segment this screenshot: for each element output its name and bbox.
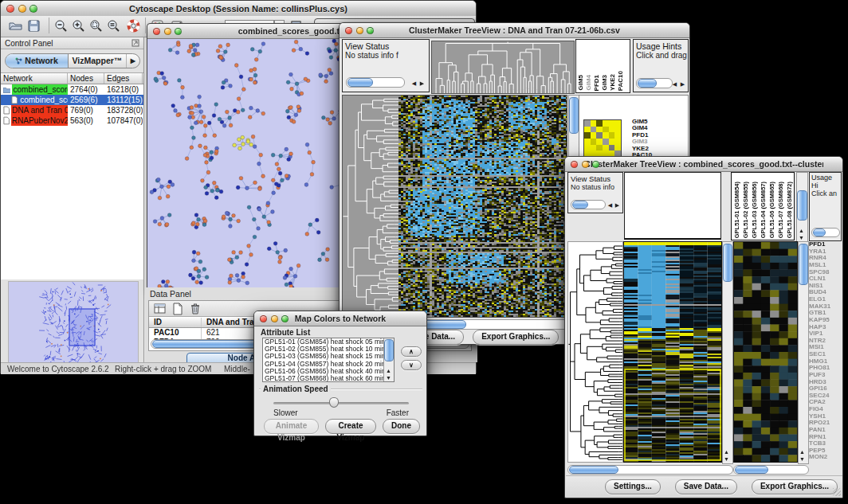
tv2-hscrollbar-left[interactable] xyxy=(567,465,733,475)
close-button[interactable] xyxy=(153,28,160,35)
network-row-rnapubernov2[interactable]: RNAPuberNov2+|563(0)107847(0) xyxy=(1,115,143,126)
scroll-left-arrow[interactable]: ◀ xyxy=(607,202,614,209)
tv2-zoom-vscrollbar[interactable]: ▲ ▼ xyxy=(798,241,809,464)
close-button[interactable] xyxy=(6,5,14,13)
zoom-fit-icon[interactable] xyxy=(107,19,120,36)
scroll-down-arrow[interactable]: ▼ xyxy=(799,456,806,463)
network-row-dna-and-tran-07[interactable]: DNA and Tran 07769(0)183728(0) xyxy=(1,105,143,115)
done-button[interactable]: Done xyxy=(383,419,420,434)
zoom-button[interactable] xyxy=(281,315,289,322)
tv2-global-heatmap[interactable] xyxy=(623,241,722,463)
scroll-thumb[interactable] xyxy=(572,201,588,209)
tab-network[interactable]: Network xyxy=(6,54,69,68)
minimize-button[interactable] xyxy=(582,161,589,168)
delete-attribute-icon[interactable] xyxy=(189,303,202,318)
new-attribute-icon[interactable] xyxy=(171,303,184,318)
scroll-thumb[interactable] xyxy=(569,97,579,134)
open-file-icon[interactable] xyxy=(9,19,22,36)
settings-button[interactable]: Settings... xyxy=(605,479,661,494)
tv1-gene-labels[interactable]: GIM5GIM4PFD1GIM3YKE2PAC10 xyxy=(632,119,652,158)
speed-slider-track[interactable] xyxy=(273,402,409,404)
dialog-titlebar[interactable]: Map Colors to Network xyxy=(254,311,426,326)
tv1-column-dendrogram[interactable] xyxy=(431,41,575,94)
main-titlebar[interactable]: Cytoscape Desktop (Session Name: collins… xyxy=(1,1,476,17)
select-attributes-icon[interactable] xyxy=(154,303,167,318)
move-down-button[interactable]: ∨ xyxy=(401,360,422,370)
birdseye-view[interactable] xyxy=(8,281,139,367)
scroll-up-arrow[interactable]: ▲ xyxy=(799,449,806,455)
tv1-global-heatmap[interactable] xyxy=(398,95,567,318)
tv1-status-hscrollbar[interactable] xyxy=(346,77,405,88)
tv2-global-vscrollbar[interactable]: ▲ ▼ xyxy=(722,241,733,464)
zoom-button[interactable] xyxy=(175,28,182,35)
tv1-hints-hscrollbar[interactable] xyxy=(636,78,673,88)
tv2-zoom-heatmap[interactable] xyxy=(733,241,798,463)
tv2-gene-mon2[interactable]: MON2 xyxy=(809,454,842,461)
scroll-right-arrow[interactable]: ▶ xyxy=(418,80,426,87)
network-row-combined-sco[interactable]: combined_sco2569(6)13112(15) xyxy=(1,95,143,105)
scroll-thumb[interactable] xyxy=(423,320,466,329)
export-graphics-button[interactable]: Export Graphics... xyxy=(473,330,559,345)
scroll-thumb[interactable] xyxy=(799,244,808,285)
scroll-thumb[interactable] xyxy=(723,244,732,282)
scroll-thumb[interactable] xyxy=(797,190,807,221)
window-controls[interactable] xyxy=(6,5,37,13)
scroll-thumb[interactable] xyxy=(638,79,657,88)
attribute-item-gpl51-07[interactable]: GPL51-07 (GSM868) heat shock 60 min xyxy=(263,375,384,381)
treeview2-titlebar[interactable]: ClusterMaker TreeView : combined_scores_… xyxy=(565,157,842,172)
tv2-hints-hscrollbar[interactable] xyxy=(811,228,840,237)
scroll-left-arrow[interactable]: ◀ xyxy=(410,80,418,87)
scroll-up-arrow[interactable]: ▲ xyxy=(723,449,730,455)
create-vizmap-button[interactable]: Create Vizmap xyxy=(325,419,376,434)
zoom-out-icon[interactable] xyxy=(54,19,68,36)
close-button[interactable] xyxy=(260,315,267,322)
treeview1-titlebar[interactable]: ClusterMaker TreeView : DNA and Tran 07-… xyxy=(340,23,689,38)
minimize-button[interactable] xyxy=(356,27,363,34)
zoom-button[interactable] xyxy=(367,27,374,34)
scroll-up-arrow[interactable]: ▲ xyxy=(385,368,392,374)
scroll-thumb[interactable] xyxy=(813,229,826,236)
tv2-gene-labels[interactable]: PFD1YRA1RNR4MSL1SPC98CLN1NIS1BUD4ELG1MAK… xyxy=(809,241,842,463)
close-button[interactable] xyxy=(345,27,352,34)
minimize-button[interactable] xyxy=(18,5,26,13)
minimize-button[interactable] xyxy=(164,28,171,35)
save-data-button[interactable]: Save Data... xyxy=(675,479,737,494)
scroll-thumb[interactable] xyxy=(347,78,373,87)
scroll-thumb[interactable] xyxy=(735,466,768,474)
scroll-right-arrow[interactable]: ▶ xyxy=(614,202,621,209)
speed-slider-thumb[interactable] xyxy=(329,397,339,408)
scroll-thumb[interactable] xyxy=(569,466,618,474)
scroll-up-arrow[interactable]: ▲ xyxy=(798,228,805,234)
help-icon[interactable] xyxy=(127,19,140,36)
tab-overflow-arrow[interactable]: ▶ xyxy=(127,54,139,68)
document-icon xyxy=(11,96,18,104)
move-up-button[interactable]: ∧ xyxy=(401,346,422,357)
tv2-labels-vscrollbar[interactable]: ▲ ▼ xyxy=(796,172,808,243)
float-panel-icon[interactable] xyxy=(132,39,139,49)
export-graphics-button[interactable]: Export Graphics... xyxy=(752,479,838,494)
scroll-down-arrow[interactable]: ▼ xyxy=(798,235,805,241)
tv1-zoom-heatmap[interactable] xyxy=(583,119,622,158)
network-row-combined-scores[interactable]: combined_scores2764(0)16218(0) xyxy=(1,84,143,95)
save-icon[interactable] xyxy=(27,19,41,36)
zoom-button[interactable] xyxy=(592,161,599,168)
matrix-cell xyxy=(609,132,615,139)
tv2-row-dendrogram[interactable] xyxy=(567,241,623,463)
minimize-button[interactable] xyxy=(271,315,278,322)
tv2-hscrollbar-right[interactable] xyxy=(733,465,809,475)
tv2-status-hscrollbar[interactable] xyxy=(571,200,606,209)
zoom-button[interactable] xyxy=(29,5,37,13)
scroll-right-arrow[interactable]: ▶ xyxy=(679,81,686,88)
tab-vizmapper[interactable]: VizMapper™ xyxy=(69,54,127,68)
scroll-down-arrow[interactable]: ▼ xyxy=(385,375,392,381)
close-button[interactable] xyxy=(571,161,578,168)
resize-grip[interactable] xyxy=(833,488,841,496)
attribute-list-vscrollbar[interactable]: ▲ ▼ xyxy=(383,338,394,381)
scroll-down-arrow[interactable]: ▼ xyxy=(723,456,730,463)
scroll-thumb[interactable] xyxy=(384,339,394,361)
scroll-left-arrow[interactable]: ◀ xyxy=(671,81,678,88)
zoom-selected-icon[interactable] xyxy=(89,19,103,36)
animate-vizmap-button[interactable]: Animate Vizmap xyxy=(264,419,319,434)
tv1-row-dendrogram[interactable] xyxy=(342,95,398,318)
zoom-in-icon[interactable] xyxy=(72,19,85,36)
